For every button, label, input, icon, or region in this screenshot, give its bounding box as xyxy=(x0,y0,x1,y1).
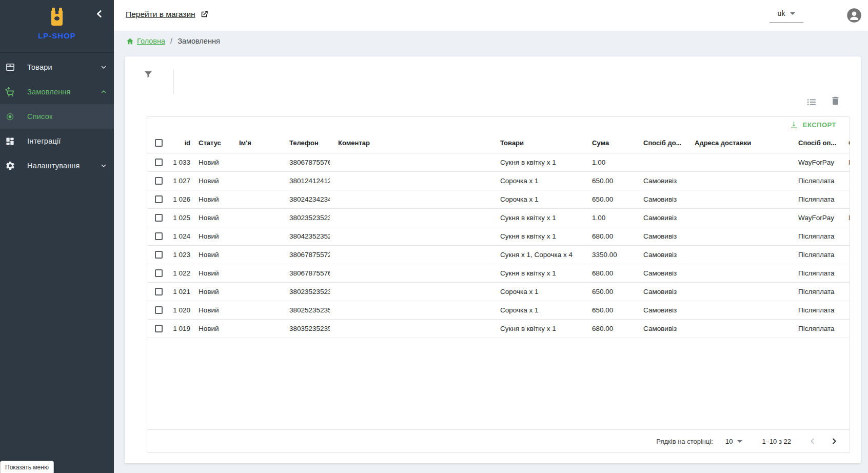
next-page-button[interactable] xyxy=(828,435,840,447)
sidebar-item-integrations[interactable]: Інтеграції xyxy=(0,129,114,153)
sidebar-item-orders[interactable]: Замовлення xyxy=(0,80,114,104)
cell-payment: Післяплата xyxy=(790,301,840,319)
column-header-payment-status[interactable]: Ст xyxy=(840,133,850,153)
cell-products: Сукня в квітку х 1 xyxy=(492,153,584,171)
column-header-phone[interactable]: Телефон xyxy=(281,133,330,153)
cell-status: Новий xyxy=(190,208,231,227)
cell-status: Новий xyxy=(190,153,231,171)
cell-products: Сукня в квітку х 1 xyxy=(492,319,584,338)
row-checkbox[interactable] xyxy=(155,306,163,314)
collapse-sidebar-button[interactable] xyxy=(93,8,106,21)
row-checkbox[interactable] xyxy=(155,288,163,295)
cell-phone: 380678755765 xyxy=(281,153,330,171)
go-to-shop-link[interactable]: Перейти в магазин xyxy=(126,10,209,19)
row-checkbox[interactable] xyxy=(155,232,163,240)
cell-payment: Післяплата xyxy=(790,171,840,190)
table-row[interactable]: 1 021 Новий 380235235235 Сорочка х 1 650… xyxy=(147,282,850,301)
cell-name xyxy=(231,282,281,301)
cell-delivery xyxy=(635,153,686,171)
view-list-button[interactable] xyxy=(806,96,817,108)
user-avatar-button[interactable] xyxy=(846,8,862,23)
sidebar-item-orders-list[interactable]: Список xyxy=(0,104,114,129)
table-row[interactable]: 1 033 Новий 380678755765 Сукня в квітку … xyxy=(147,153,850,171)
cell-address xyxy=(686,319,790,338)
cell-name xyxy=(231,264,281,282)
integrations-dashboard-icon xyxy=(5,136,15,147)
cell-comment xyxy=(330,190,492,208)
row-checkbox[interactable] xyxy=(155,251,163,259)
cell-payment-status xyxy=(840,301,850,319)
cell-name xyxy=(231,301,281,319)
sidebar: LP-SHOP Товари Замовлення Список xyxy=(0,0,114,473)
column-header-delivery[interactable]: Спосіб до... xyxy=(635,133,686,153)
cell-id: 1 024 xyxy=(172,227,190,245)
table-row[interactable]: 1 025 Новий 380235235235 Сукня в квітку … xyxy=(147,208,850,227)
table-row[interactable]: 1 026 Новий 380242342342 Сорочка х 1 650… xyxy=(147,190,850,208)
filter-button[interactable] xyxy=(143,70,153,80)
sidebar-item-label: Інтеграції xyxy=(27,137,61,145)
row-checkbox[interactable] xyxy=(155,195,163,203)
table-row[interactable]: 1 027 Новий 380124124124 Сорочка х 1 650… xyxy=(147,171,850,190)
pagination-bar: Рядків на сторінці: 10 1–10 з 22 xyxy=(147,429,850,452)
list-icon xyxy=(806,96,817,108)
cell-id: 1 026 xyxy=(172,190,190,208)
cell-address xyxy=(686,190,790,208)
account-circle-icon xyxy=(846,8,862,23)
previous-page-button[interactable] xyxy=(806,435,819,447)
language-select[interactable]: uk xyxy=(770,9,803,23)
download-icon xyxy=(790,121,798,129)
cell-name xyxy=(231,190,281,208)
column-header-sum[interactable]: Сума xyxy=(584,133,635,153)
table-row[interactable]: 1 024 Новий 380423523523 Сукня в квітку … xyxy=(147,227,850,245)
column-header-name[interactable]: Ім'я xyxy=(231,133,281,153)
cell-id: 1 019 xyxy=(172,319,190,338)
breadcrumb-home-link[interactable]: Головна xyxy=(126,37,165,45)
row-checkbox[interactable] xyxy=(155,177,163,185)
cell-comment xyxy=(330,153,492,171)
logo-text: LP-SHOP xyxy=(0,31,114,40)
topbar: Перейти в магазин uk xyxy=(114,0,868,31)
cell-id: 1 033 xyxy=(172,153,190,171)
cell-products: Сорочка х 1 xyxy=(492,282,584,301)
column-header-id[interactable]: id xyxy=(172,133,190,153)
table-row[interactable]: 1 023 Новий 380678755722 Сукня х 1, Соро… xyxy=(147,245,850,264)
breadcrumb-separator: / xyxy=(170,37,172,45)
column-header-status[interactable]: Статус xyxy=(190,133,231,153)
sidebar-item-settings[interactable]: Налаштування xyxy=(0,153,114,178)
cell-sum: 650.00 xyxy=(584,190,635,208)
column-header-payment[interactable]: Спосіб оп... xyxy=(790,133,840,153)
sidebar-item-label: Замовлення xyxy=(27,88,71,96)
cell-status: Новий xyxy=(190,227,231,245)
table-row[interactable]: 1 020 Новий 380252352352 Сорочка х 1 650… xyxy=(147,301,850,319)
row-checkbox[interactable] xyxy=(155,159,163,166)
cell-phone: 380352352353 xyxy=(281,319,330,338)
row-checkbox[interactable] xyxy=(155,214,163,222)
header-checkbox-cell xyxy=(147,133,172,153)
sidebar-item-products[interactable]: Товари xyxy=(0,55,114,80)
export-button[interactable]: ЕКСПОРТ xyxy=(790,121,836,129)
cell-address xyxy=(686,171,790,190)
table-row[interactable]: 1 019 Новий 380352352353 Сукня в квітку … xyxy=(147,319,850,338)
cell-checkbox xyxy=(147,208,172,227)
delete-button[interactable] xyxy=(830,95,841,107)
column-header-address[interactable]: Адреса доставки xyxy=(686,133,790,153)
cell-payment-status xyxy=(840,264,850,282)
breadcrumb-home-label: Головна xyxy=(137,37,165,45)
row-checkbox[interactable] xyxy=(155,325,163,332)
column-header-products[interactable]: Товари xyxy=(492,133,584,153)
cell-checkbox xyxy=(147,264,172,282)
cell-checkbox xyxy=(147,319,172,338)
column-header-comment[interactable]: Коментар xyxy=(330,133,492,153)
cell-payment: WayForPay xyxy=(790,153,840,171)
cell-products: Сукня в квітку х 1 xyxy=(492,208,584,227)
products-box-icon xyxy=(5,62,15,73)
cell-status: Новий xyxy=(190,301,231,319)
row-checkbox[interactable] xyxy=(155,269,163,277)
rows-per-page-select[interactable]: 10 xyxy=(725,438,742,445)
cell-checkbox xyxy=(147,227,172,245)
select-all-checkbox[interactable] xyxy=(155,139,163,147)
chevron-down-icon xyxy=(100,64,107,71)
cell-address xyxy=(686,227,790,245)
table-row[interactable]: 1 022 Новий 380678755765 Сукня в квітку … xyxy=(147,264,850,282)
cell-delivery: Самовивіз xyxy=(635,264,686,282)
